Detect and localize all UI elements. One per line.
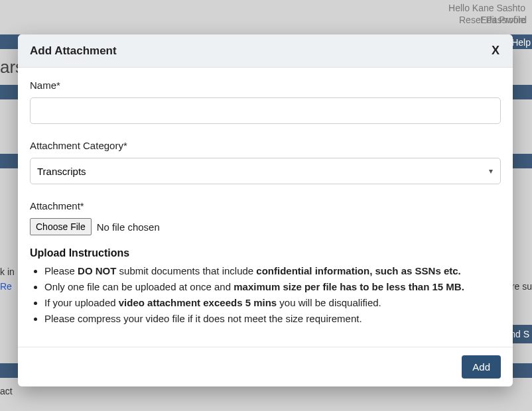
instruction-item: Only one file can be uploaded at once an… (44, 279, 501, 295)
instr-bold: DO NOT (78, 265, 116, 276)
choose-file-button[interactable]: Choose File (30, 218, 92, 235)
category-label: Attachment Category* (30, 140, 501, 151)
bg-left-fragment-3: Re (0, 281, 12, 292)
name-label: Name* (30, 80, 501, 91)
instructions-heading: Upload Instructions (30, 247, 501, 259)
modal-header: Add Attachment X (18, 34, 513, 68)
instr-bold: video attachment exceeds 5 mins (119, 297, 277, 308)
instr-text: you will be disqualified. (277, 297, 381, 308)
add-attachment-modal: Add Attachment X Name* Attachment Catego… (18, 34, 513, 386)
instr-text: Only one file can be uploaded at once an… (44, 281, 233, 292)
close-button[interactable]: X (490, 44, 501, 58)
instr-bold: maximum size per file has to be less tha… (233, 281, 464, 292)
bg-header-links: Hello Kane Sashto (448, 0, 525, 13)
instr-text: submit documents that include (116, 265, 256, 276)
add-button[interactable]: Add (462, 355, 501, 379)
name-group: Name* (30, 80, 501, 124)
modal-title: Add Attachment (30, 44, 117, 58)
instr-bold: confidential information, such as SSNs e… (256, 265, 460, 276)
name-input[interactable] (30, 97, 501, 124)
bg-greeting: Hello Kane Sashto (448, 3, 525, 13)
bg-contact-fragment: act (0, 386, 13, 396)
instruction-item: If your uploaded video attachment exceed… (44, 295, 501, 311)
bg-reset-password: Reset Password (459, 15, 532, 25)
instruction-item: Please compress your video file if it do… (44, 311, 501, 327)
instr-text: Please (44, 265, 78, 276)
file-row: Choose File No file chosen (30, 218, 501, 235)
category-group: Attachment Category* Transcripts ▾ (30, 140, 501, 184)
bg-right-fragment: re su (511, 281, 532, 292)
instructions-list: Please DO NOT submit documents that incl… (30, 263, 501, 327)
file-status: No file chosen (97, 221, 160, 233)
instr-text: If your uploaded (44, 297, 119, 308)
instruction-item: Please DO NOT submit documents that incl… (44, 263, 501, 279)
modal-body: Name* Attachment Category* Transcripts ▾… (18, 68, 513, 347)
attachment-label: Attachment* (30, 200, 501, 211)
modal-footer: Add (18, 347, 513, 386)
bg-left-fragment-2: k in (0, 266, 15, 277)
category-select[interactable]: Transcripts (30, 158, 501, 184)
bg-help: Help (511, 37, 531, 48)
attachment-group: Attachment* Choose File No file chosen (30, 200, 501, 235)
